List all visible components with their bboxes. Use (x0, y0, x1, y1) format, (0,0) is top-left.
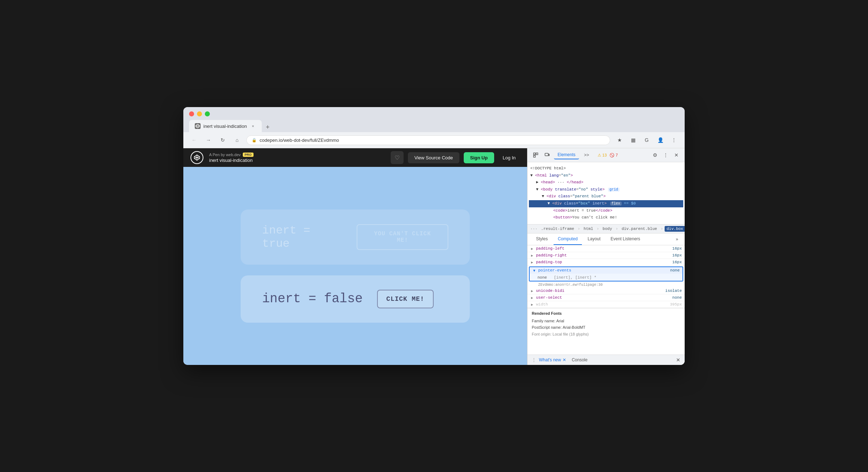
dom-body[interactable]: ▼ <body translate="no" style> grid (529, 186, 683, 193)
title-bar: inert visual-indication × + (183, 107, 685, 132)
tab-close-button[interactable]: × (250, 123, 256, 129)
css-padding-right[interactable]: ► padding-right 16px (527, 252, 685, 259)
css-user-select[interactable]: ► user-select none (527, 294, 685, 301)
click-me-button[interactable]: CLICK ME! (377, 290, 434, 308)
bottom-menu-button[interactable]: ⋮ (532, 357, 536, 362)
dom-code[interactable]: <code>inert = true</code> (529, 207, 683, 215)
breadcrumb-body[interactable]: body (601, 226, 614, 232)
devtools-tabs: Elements >> (554, 151, 593, 159)
expand-icon: ▼ (532, 268, 537, 273)
devtools-alerts: ⚠ 13 🚫 7 (598, 153, 618, 158)
dom-button[interactable]: <button>You can't click me! (529, 214, 683, 221)
prop-name: unicode-bidi (536, 289, 586, 293)
elements-tab[interactable]: Elements (554, 151, 579, 159)
signup-button[interactable]: Sign Up (464, 152, 494, 163)
prop-value: 16px (672, 260, 682, 264)
login-button[interactable]: Log In (498, 152, 520, 163)
reload-button[interactable]: ↻ (218, 135, 228, 145)
close-devtools-button[interactable]: ✕ (672, 150, 681, 160)
breadcrumb-html[interactable]: html (582, 226, 595, 232)
console-tab[interactable]: Console (572, 357, 588, 362)
close-button[interactable] (189, 111, 194, 116)
font-origin: Font origin: Local file (18 glyphs) (532, 331, 680, 338)
devtools-bottom-bar: ⋮ What's new ✕ Console ✕ (527, 355, 685, 365)
more-tabs-button[interactable]: >> (580, 151, 593, 159)
back-button[interactable]: ← (189, 135, 199, 145)
expand-icon: ► (530, 260, 535, 264)
maximize-button[interactable] (205, 111, 210, 116)
minimize-button[interactable] (197, 111, 202, 116)
view-source-button[interactable]: View Source Code (408, 152, 459, 163)
layout-tab[interactable]: Layout (583, 233, 605, 245)
active-tab[interactable]: inert visual-indication × (189, 120, 262, 132)
heart-button[interactable]: ♡ (391, 151, 404, 164)
main-layout: A Pen by web.dev PRO inert visual-indica… (183, 148, 685, 365)
css-padding-top[interactable]: ► padding-top 16px (527, 259, 685, 266)
rendered-fonts-title: Rendered Fonts (532, 311, 680, 316)
bookmark-button[interactable]: ★ (614, 135, 625, 145)
menu-button[interactable]: ⋮ (669, 135, 679, 145)
google-account-button[interactable]: G (642, 135, 652, 145)
warning-badge[interactable]: ⚠ 13 (598, 153, 607, 158)
whats-new-tab[interactable]: What's new ✕ (539, 357, 566, 362)
pen-title: inert visual-indication (209, 158, 254, 163)
devtools-more-buttons: ⚙ ⋮ ✕ (650, 150, 681, 160)
css-pointer-events[interactable]: ▼ pointer-events none (530, 267, 683, 274)
breadcrumb-div-parent[interactable]: div.parent.blue (619, 226, 659, 232)
more-style-tabs[interactable]: » (674, 234, 680, 245)
security-icon: 🔒 (252, 138, 257, 143)
breadcrumb-ellipsis: ··· (530, 227, 537, 231)
codepen-header: A Pen by web.dev PRO inert visual-indica… (183, 148, 527, 167)
inert-true-box: inert = true YOU CAN'T CLICK ME! (241, 209, 470, 265)
css-unicode-bidi[interactable]: ► unicode-bidi isolate (527, 288, 685, 294)
inert-true-label: inert = true (262, 224, 342, 250)
event-listeners-tab[interactable]: Event Listeners (606, 233, 645, 245)
device-toggle-button[interactable] (542, 150, 552, 160)
tab-title: inert visual-indication (203, 124, 247, 129)
expand-icon: ► (530, 289, 535, 293)
settings-button[interactable]: ⚙ (650, 150, 660, 160)
prop-value: 16px (672, 253, 682, 257)
inspect-element-button[interactable] (531, 150, 540, 160)
styles-tab[interactable]: Styles (532, 233, 552, 245)
home-button[interactable]: ⌂ (232, 135, 242, 145)
pro-badge: PRO (243, 153, 254, 157)
dom-div-parent[interactable]: ▼ <div class="parent blue"> (529, 193, 683, 200)
prop-value: none (670, 268, 680, 273)
expand-icon: ► (530, 253, 535, 257)
codepen-logo[interactable] (191, 151, 203, 164)
dom-head[interactable]: ► <head> ··· </head> (529, 179, 683, 186)
css-padding-left[interactable]: ► padding-left 16px (527, 245, 685, 252)
address-bar[interactable]: 🔒 codepen.io/web-dot-dev/full/ZEvdmmo (246, 135, 610, 145)
pen-author: A Pen by web.dev PRO (209, 153, 254, 157)
dom-doctype[interactable]: <!DOCTYPE html> (529, 165, 683, 172)
more-options-button[interactable]: ⋮ (661, 150, 670, 160)
prop-name: padding-right (536, 253, 586, 257)
breadcrumb-iframe[interactable]: .result-iframe (539, 226, 576, 232)
devtools-toolbar: Elements >> ⚠ 13 🚫 7 ⚙ ⋮ ✕ (527, 148, 685, 162)
traffic-lights (189, 111, 679, 116)
computed-tab[interactable]: Computed (554, 233, 582, 245)
svg-rect-7 (534, 153, 535, 155)
extensions-button[interactable]: ▦ (628, 135, 638, 145)
codepen-actions: ♡ View Source Code Sign Up Log In (391, 151, 520, 164)
breadcrumb-div-box[interactable]: div.box (665, 226, 685, 232)
new-tab-button[interactable]: + (262, 122, 273, 132)
computed-panel: ► padding-left 16px ► padding-right 16px… (527, 245, 685, 355)
prop-name: user-select (536, 295, 586, 300)
font-postscript: PostScript name: Arial-BoldMT (532, 324, 680, 331)
svg-rect-9 (534, 155, 535, 157)
error-badge[interactable]: 🚫 7 (609, 153, 618, 158)
close-bottom-bar-button[interactable]: ✕ (676, 357, 680, 363)
dom-html[interactable]: ▼ <html lang="en"> (529, 172, 683, 179)
profile-button[interactable]: 👤 (655, 135, 665, 145)
prop-name: pointer-events (538, 268, 588, 273)
prop-value: isolate (665, 289, 682, 293)
css-width[interactable]: ► width 395px (527, 301, 685, 308)
whats-new-close[interactable]: ✕ (563, 357, 566, 362)
expand-icon: ► (530, 246, 535, 251)
dom-div-box[interactable]: ▼ <div class="box" inert> flex == $0 (529, 200, 683, 207)
dom-tree: <!DOCTYPE html> ▼ <html lang="en"> ► <he… (527, 162, 685, 225)
forward-button[interactable]: → (203, 135, 213, 145)
prop-value: 16px (672, 246, 682, 251)
